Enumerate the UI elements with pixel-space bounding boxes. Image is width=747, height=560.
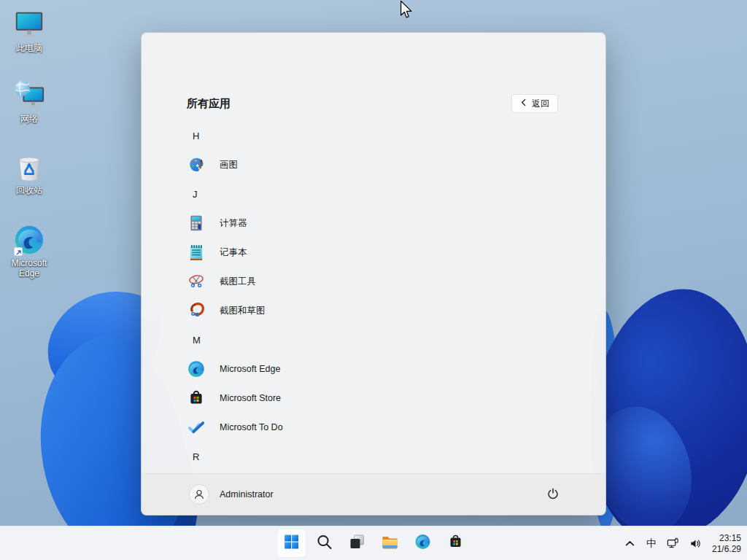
task-view-icon	[349, 533, 366, 553]
app-item-label: 截图和草图	[220, 305, 266, 317]
search-icon	[316, 533, 333, 553]
ime-indicator[interactable]: 中	[646, 537, 657, 551]
network-icon[interactable]	[667, 537, 679, 550]
start-menu: 所有应用 返回 H画图J计算器记事本截图工具截图和草图MMicrosoft Ed…	[141, 32, 606, 516]
store-icon	[447, 533, 465, 553]
power-button[interactable]	[543, 485, 563, 505]
desktop-icon-label: 网络	[1, 114, 57, 124]
this-pc-icon	[12, 8, 46, 42]
taskbar-button-search[interactable]	[310, 529, 339, 558]
clock-time: 23:15	[712, 533, 741, 544]
app-item-calculator[interactable]: 计算器	[142, 209, 605, 238]
app-item-microsoft-to-do[interactable]: Microsoft To Do	[142, 413, 605, 442]
app-item-label: Microsoft Edge	[220, 364, 280, 374]
system-tray: 中 23:15 21/6.29	[624, 526, 741, 560]
clock-date: 21/6.29	[712, 544, 741, 555]
taskbar-button-edge[interactable]	[409, 529, 438, 558]
app-item-microsoft-store[interactable]: Microsoft Store	[142, 384, 605, 413]
desktop-icon-label: 回收站	[1, 185, 57, 195]
notepad-icon	[187, 243, 206, 262]
section-header-M[interactable]: M	[142, 325, 605, 354]
microsoft-edge-icon	[12, 223, 46, 257]
desktop-icon-recycle-bin[interactable]: 回收站	[1, 150, 57, 195]
edge-icon	[187, 359, 206, 378]
mouse-cursor	[399, 0, 414, 20]
all-apps-list: H画图J计算器记事本截图工具截图和草图MMicrosoft EdgeMicros…	[142, 121, 605, 500]
shortcut-arrow-icon	[14, 247, 23, 256]
recycle-bin-icon	[12, 150, 46, 184]
calculator-icon	[187, 214, 206, 233]
store-icon	[187, 389, 206, 408]
desktop-icon-microsoft-edge[interactable]: Microsoft Edge	[1, 223, 57, 279]
section-header-R[interactable]: R	[142, 442, 605, 471]
app-item-microsoft-edge[interactable]: Microsoft Edge	[142, 354, 605, 384]
app-item-snip-sketch[interactable]: 截图和草图	[142, 296, 605, 325]
app-item-label: 截图工具	[220, 276, 256, 288]
paint-icon	[187, 155, 206, 174]
taskbar: 中 23:15 21/6.29	[0, 526, 747, 560]
file-explorer-icon	[382, 533, 399, 553]
clock[interactable]: 23:15 21/6.29	[712, 533, 741, 555]
app-item-label: 画图	[220, 159, 238, 171]
section-header-H[interactable]: H	[142, 121, 605, 150]
todo-icon	[187, 418, 206, 437]
volume-icon[interactable]	[689, 537, 702, 550]
app-item-label: Microsoft To Do	[220, 422, 283, 432]
snip-sketch-icon	[187, 301, 206, 320]
taskbar-button-start[interactable]	[277, 529, 306, 558]
taskbar-button-store[interactable]	[441, 529, 471, 558]
taskbar-button-task-view[interactable]	[343, 529, 372, 558]
user-avatar-icon	[189, 484, 209, 505]
taskbar-button-file-explorer[interactable]	[376, 529, 405, 558]
app-item-label: 记事本	[220, 246, 247, 259]
app-item-paint[interactable]: 画图	[142, 150, 605, 179]
app-item-label: 计算器	[220, 217, 247, 230]
all-apps-title: 所有应用	[187, 97, 231, 111]
hidden-icons-chevron[interactable]	[624, 537, 636, 550]
app-item-label: Microsoft Store	[220, 393, 281, 403]
desktop-icon-network[interactable]: 网络	[1, 79, 57, 124]
app-item-snipping-tool[interactable]: 截图工具	[142, 267, 605, 296]
chevron-left-icon	[520, 98, 527, 109]
user-name: Administrator	[220, 489, 274, 499]
back-button[interactable]: 返回	[511, 94, 558, 113]
desktop-icon-this-pc[interactable]: 此电脑	[1, 8, 57, 53]
start-icon	[283, 533, 301, 553]
taskbar-center-buttons	[277, 529, 471, 558]
user-account-button[interactable]: Administrator	[189, 484, 274, 505]
network-icon	[12, 79, 46, 112]
edge-icon	[414, 533, 432, 553]
start-menu-footer: Administrator	[142, 473, 605, 515]
back-button-label: 返回	[532, 98, 549, 110]
desktop-icon-label: 此电脑	[1, 43, 57, 53]
desktop-icon-label: Microsoft Edge	[1, 258, 57, 279]
app-item-notepad[interactable]: 记事本	[142, 238, 605, 267]
section-header-J[interactable]: J	[142, 179, 605, 209]
snipping-tool-icon	[187, 272, 206, 291]
power-icon	[546, 487, 560, 503]
